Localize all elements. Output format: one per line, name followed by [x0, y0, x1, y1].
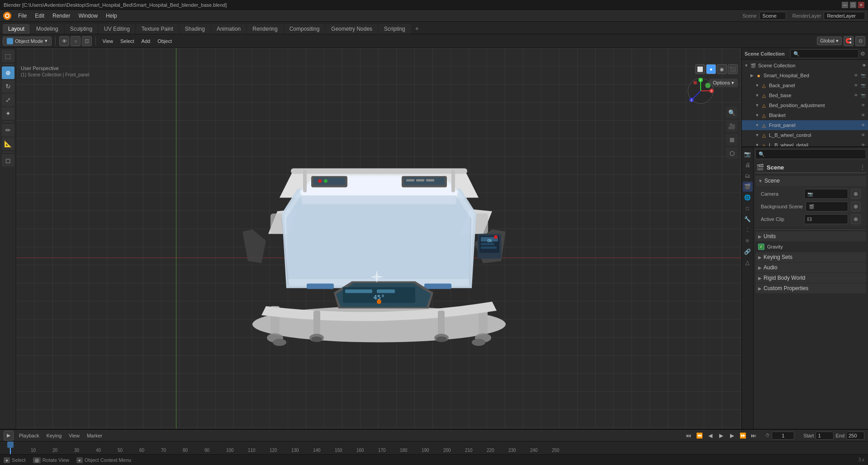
- outliner-item-back-panel[interactable]: ▼ △ Back_panel 👁 📷: [742, 80, 868, 90]
- tab-compositing[interactable]: Compositing: [284, 24, 325, 34]
- particles-btn[interactable]: ⁚: [743, 225, 753, 235]
- menu-render[interactable]: Render: [49, 12, 74, 20]
- tool-transform[interactable]: ✦: [2, 107, 14, 120]
- outliner-item-smart-hospital-bed[interactable]: ▶ ■ Smart_Hospital_Bed 👁 📷: [742, 70, 868, 80]
- menu-file[interactable]: File: [14, 12, 30, 20]
- eye-icon[interactable]: 👁: [853, 82, 859, 89]
- tab-uv-editing[interactable]: UV Editing: [99, 24, 135, 34]
- bg-scene-btn[interactable]: ⊕: [851, 202, 861, 211]
- tool-move[interactable]: ⊕: [2, 66, 14, 79]
- render-icon[interactable]: 📷: [860, 72, 866, 79]
- tab-sculpting[interactable]: Sculpting: [65, 24, 98, 34]
- scene-props-btn[interactable]: 🎬: [743, 182, 753, 192]
- add-menu[interactable]: Add: [139, 38, 153, 45]
- tool-annotate[interactable]: ✏: [2, 124, 14, 136]
- outliner-item-lb-wheel-detail[interactable]: ▼ △ L_B_wheel_detail 👁: [742, 140, 868, 146]
- prev-frame-btn[interactable]: ◀: [706, 431, 715, 440]
- grid-snap-btn[interactable]: ⊞: [726, 134, 738, 146]
- view-menu[interactable]: View: [100, 38, 116, 45]
- constraints-btn[interactable]: 🔗: [743, 247, 753, 257]
- viewport[interactable]: 45° ON: [16, 48, 741, 429]
- gravity-checkbox[interactable]: ✓: [758, 244, 764, 250]
- object-menu[interactable]: Object: [155, 38, 175, 45]
- render-preview-btn[interactable]: ⬡: [726, 147, 738, 159]
- playback-menu[interactable]: Playback: [17, 432, 41, 439]
- rendered-mode-btn[interactable]: ⬛: [728, 64, 738, 74]
- add-workspace-button[interactable]: +: [412, 23, 422, 34]
- proportional-edit-btn[interactable]: ⊙: [855, 36, 865, 46]
- visibility-eye[interactable]: 👁: [862, 63, 866, 68]
- render-props-btn[interactable]: 📷: [743, 149, 753, 159]
- tool-scale[interactable]: ⤢: [2, 94, 14, 106]
- outliner-item-front-panel[interactable]: ▼ △ Front_panel 👁: [742, 120, 868, 130]
- outliner-item-scene-collection[interactable]: ▼ 🎬 Scene Collection 👁: [742, 61, 868, 70]
- close-button[interactable]: ✕: [858, 2, 864, 8]
- tab-modeling[interactable]: Modeling: [31, 24, 64, 34]
- props-search-input[interactable]: [755, 149, 866, 159]
- view-layer-btn[interactable]: 🗂: [743, 171, 753, 181]
- outliner-item-bed-base[interactable]: ▼ △ Bed_base 👁 📷: [742, 90, 868, 100]
- render-layer-dropdown[interactable]: RenderLayer: [824, 12, 865, 20]
- viewport-overlay-btn[interactable]: ○: [71, 36, 81, 46]
- snap-button[interactable]: 🧲: [844, 36, 854, 46]
- select-menu[interactable]: Select: [118, 38, 137, 45]
- physics-btn[interactable]: ⚛: [743, 236, 753, 246]
- outliner-item-lb-wheel-ctrl[interactable]: ▼ △ L_B_wheel_control 👁: [742, 130, 868, 140]
- menu-edit[interactable]: Edit: [31, 12, 48, 20]
- transform-orientation[interactable]: Global ▾: [817, 37, 842, 45]
- tool-add-cube[interactable]: ◻: [2, 154, 14, 167]
- object-props-btn[interactable]: □: [743, 203, 753, 213]
- camera-btn[interactable]: 🎥: [726, 120, 738, 132]
- jump-end-btn[interactable]: ⏭: [749, 431, 758, 440]
- scene-collapse-header[interactable]: ▼ Scene: [755, 176, 866, 186]
- zoom-in-btn[interactable]: 🔍: [726, 107, 738, 118]
- timeline-mode-btn[interactable]: ▶: [4, 431, 14, 441]
- vis-eye-icon[interactable]: 👁: [853, 72, 859, 79]
- viewport-xray-btn[interactable]: ◫: [82, 36, 92, 46]
- tool-measure[interactable]: 📐: [2, 137, 14, 150]
- outliner-filter-btn[interactable]: ⚙: [860, 49, 865, 58]
- outliner-search-input[interactable]: [790, 49, 859, 58]
- data-btn[interactable]: △: [743, 258, 753, 268]
- tab-texture-paint[interactable]: Texture Paint: [136, 24, 179, 34]
- marker-menu[interactable]: Marker: [85, 432, 104, 439]
- custom-props-header[interactable]: ▶ Custom Properties: [755, 283, 866, 293]
- tab-rendering[interactable]: Rendering: [247, 24, 283, 34]
- camera-select-btn[interactable]: ⊕: [851, 189, 861, 199]
- menu-help[interactable]: Help: [102, 12, 121, 20]
- clip-select-btn[interactable]: ⊕: [851, 214, 861, 224]
- timeline-ruler[interactable]: 1 10 20 30 40 50 60 70 80 90 100 110 120…: [0, 442, 868, 454]
- jump-start-btn[interactable]: ⏮: [684, 431, 693, 440]
- wireframe-mode-btn[interactable]: ⬜: [695, 64, 705, 74]
- tab-animation[interactable]: Animation: [211, 24, 246, 34]
- end-frame-input[interactable]: [846, 432, 864, 440]
- tab-scripting[interactable]: Scripting: [379, 24, 411, 34]
- start-frame-input[interactable]: [816, 432, 834, 440]
- next-keyframe-btn[interactable]: ⏩: [738, 431, 747, 440]
- keying-menu[interactable]: Keying: [45, 432, 64, 439]
- blender-logo[interactable]: [3, 11, 12, 20]
- world-props-btn[interactable]: 🌐: [743, 193, 753, 202]
- viewport-show-hide-btn[interactable]: 👁: [59, 36, 69, 46]
- tab-geometry-nodes[interactable]: Geometry Nodes: [326, 24, 378, 34]
- scene-dropdown[interactable]: Scene: [759, 12, 786, 20]
- play-btn[interactable]: ▶: [716, 431, 726, 440]
- prev-keyframe-btn[interactable]: ⏪: [695, 431, 704, 440]
- outliner-item-bed-pos-adj[interactable]: ▼ △ Bed_position_adjustment 👁: [742, 100, 868, 110]
- modifiers-btn[interactable]: 🔧: [743, 214, 753, 224]
- view-menu-timeline[interactable]: View: [67, 432, 81, 439]
- minimize-button[interactable]: —: [842, 2, 848, 8]
- tab-shading[interactable]: Shading: [180, 24, 210, 34]
- output-props-btn[interactable]: 🖨: [743, 160, 753, 170]
- render-cam-icon[interactable]: 📷: [860, 82, 866, 89]
- tool-select[interactable]: ⬚: [2, 50, 14, 62]
- audio-header[interactable]: ▶ Audio: [755, 263, 866, 272]
- menu-window[interactable]: Window: [75, 12, 101, 20]
- current-frame-input[interactable]: [772, 432, 794, 440]
- navigation-gizmo[interactable]: X Y Z: [687, 77, 714, 104]
- rigid-body-header[interactable]: ▶ Rigid Body World: [755, 273, 866, 283]
- units-collapse-header[interactable]: ▶ Units: [755, 231, 866, 241]
- mode-dropdown[interactable]: Object Mode ▾: [3, 37, 52, 46]
- next-frame-btn[interactable]: ▶: [727, 431, 736, 440]
- timeline-scrubber[interactable]: [7, 442, 14, 448]
